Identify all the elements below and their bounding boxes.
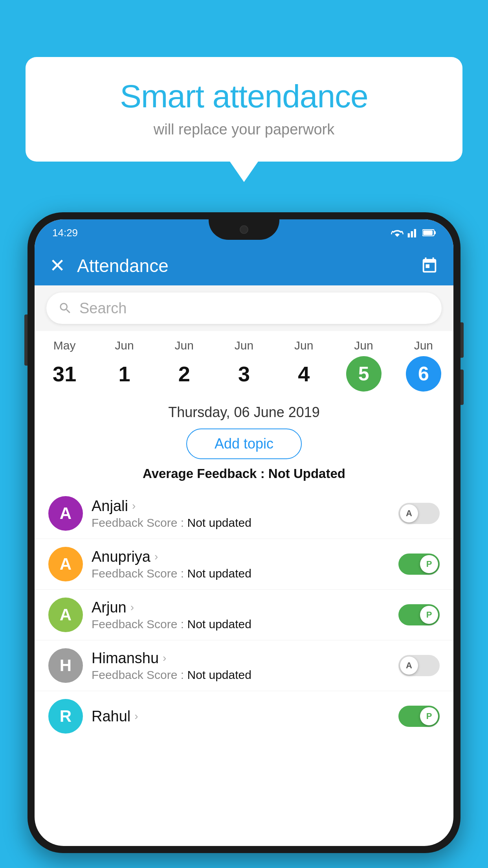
avatar: A xyxy=(48,547,83,581)
student-name: Arjun › xyxy=(92,599,390,616)
speech-bubble: Smart attendance will replace your paper… xyxy=(26,57,462,162)
student-feedback: Feedback Score : Not updated xyxy=(92,516,390,530)
avg-feedback: Average Feedback : Not Updated xyxy=(35,466,453,488)
student-item[interactable]: A Anupriya › Feedback Score : Not update… xyxy=(35,539,453,590)
student-name: Rahul › xyxy=(92,708,390,725)
attendance-toggle[interactable]: P xyxy=(398,604,440,625)
toggle-thumb: P xyxy=(420,555,438,573)
cal-day-6[interactable]: Jun 6 xyxy=(398,339,449,392)
chevron-icon: › xyxy=(163,652,166,664)
toggle-present[interactable]: P xyxy=(398,604,440,625)
speech-bubble-container: Smart attendance will replace your paper… xyxy=(26,57,462,162)
calendar-icon[interactable] xyxy=(420,257,438,275)
student-info: Anupriya › Feedback Score : Not updated xyxy=(92,548,390,580)
attendance-toggle[interactable]: P xyxy=(398,554,440,575)
status-time: 14:29 xyxy=(52,227,78,239)
chevron-icon: › xyxy=(132,500,136,512)
cal-day-0[interactable]: May 31 xyxy=(39,339,90,392)
search-placeholder: Search xyxy=(79,300,127,317)
student-name: Anjali › xyxy=(92,498,390,515)
add-topic-container: Add topic xyxy=(35,425,453,466)
status-bar: 14:29 xyxy=(35,219,453,246)
selected-date-label: Thursday, 06 June 2019 xyxy=(35,395,453,425)
avatar: A xyxy=(48,598,83,632)
volume-down-button xyxy=(460,370,464,405)
cal-day-1[interactable]: Jun 1 xyxy=(99,339,150,392)
search-icon xyxy=(58,301,72,315)
camera xyxy=(240,225,248,234)
phone-outer: 14:29 xyxy=(28,212,460,853)
power-button xyxy=(460,322,464,358)
student-info: Arjun › Feedback Score : Not updated xyxy=(92,599,390,631)
student-item[interactable]: H Himanshu › Feedback Score : Not update… xyxy=(35,640,453,691)
toggle-thumb: A xyxy=(400,504,418,522)
bubble-title: Smart attendance xyxy=(49,79,439,114)
toggle-absent[interactable]: A xyxy=(398,503,440,524)
search-bar[interactable]: Search xyxy=(46,292,442,324)
attendance-toggle[interactable]: P xyxy=(398,706,440,727)
add-topic-button[interactable]: Add topic xyxy=(186,428,302,459)
toggle-present[interactable]: P xyxy=(398,554,440,575)
chevron-icon: › xyxy=(130,601,134,614)
attendance-toggle[interactable]: A xyxy=(398,655,440,676)
cal-day-4[interactable]: Jun 4 xyxy=(278,339,329,392)
app-bar: ✕ Attendance xyxy=(35,246,453,285)
avatar: A xyxy=(48,496,83,531)
status-icons xyxy=(391,228,436,237)
calendar-strip: May 31 Jun 1 Jun 2 Jun 3 Jun 4 xyxy=(35,331,453,395)
phone-wrapper: 14:29 xyxy=(28,212,460,868)
student-feedback: Feedback Score : Not updated xyxy=(92,618,390,631)
student-info: Anjali › Feedback Score : Not updated xyxy=(92,498,390,530)
chevron-icon: › xyxy=(134,710,138,723)
notch xyxy=(209,219,279,240)
student-info: Himanshu › Feedback Score : Not updated xyxy=(92,650,390,682)
student-feedback: Feedback Score : Not updated xyxy=(92,668,390,682)
signal-icon xyxy=(407,228,418,237)
svg-rect-4 xyxy=(434,231,436,234)
cal-day-3[interactable]: Jun 3 xyxy=(218,339,270,392)
phone-screen: 14:29 xyxy=(35,219,453,846)
toggle-absent[interactable]: A xyxy=(398,655,440,676)
toggle-thumb: P xyxy=(420,606,438,624)
toggle-thumb: P xyxy=(420,707,438,725)
wifi-icon xyxy=(391,228,404,237)
chevron-icon: › xyxy=(154,550,158,563)
student-name: Anupriya › xyxy=(92,548,390,565)
battery-icon xyxy=(422,228,436,237)
bubble-subtitle: will replace your paperwork xyxy=(49,121,439,138)
volume-button xyxy=(24,314,28,366)
cal-day-2[interactable]: Jun 2 xyxy=(159,339,210,392)
svg-rect-1 xyxy=(411,231,413,237)
cal-day-5[interactable]: Jun 5 xyxy=(338,339,389,392)
student-name: Himanshu › xyxy=(92,650,390,667)
student-info: Rahul › xyxy=(92,708,390,725)
student-item[interactable]: A Anjali › Feedback Score : Not updated … xyxy=(35,488,453,539)
student-item[interactable]: R Rahul › P xyxy=(35,691,453,741)
student-item[interactable]: A Arjun › Feedback Score : Not updated P xyxy=(35,590,453,640)
close-button[interactable]: ✕ xyxy=(50,256,65,275)
student-feedback: Feedback Score : Not updated xyxy=(92,567,390,580)
student-list: A Anjali › Feedback Score : Not updated … xyxy=(35,488,453,741)
svg-rect-2 xyxy=(414,229,416,237)
search-bar-container: Search xyxy=(35,285,453,331)
toggle-present[interactable]: P xyxy=(398,706,440,727)
svg-rect-0 xyxy=(408,233,410,237)
svg-rect-5 xyxy=(423,230,433,235)
toggle-thumb: A xyxy=(400,657,418,675)
avatar: R xyxy=(48,699,83,734)
app-title: Attendance xyxy=(77,255,409,276)
avatar: H xyxy=(48,648,83,683)
attendance-toggle[interactable]: A xyxy=(398,503,440,524)
